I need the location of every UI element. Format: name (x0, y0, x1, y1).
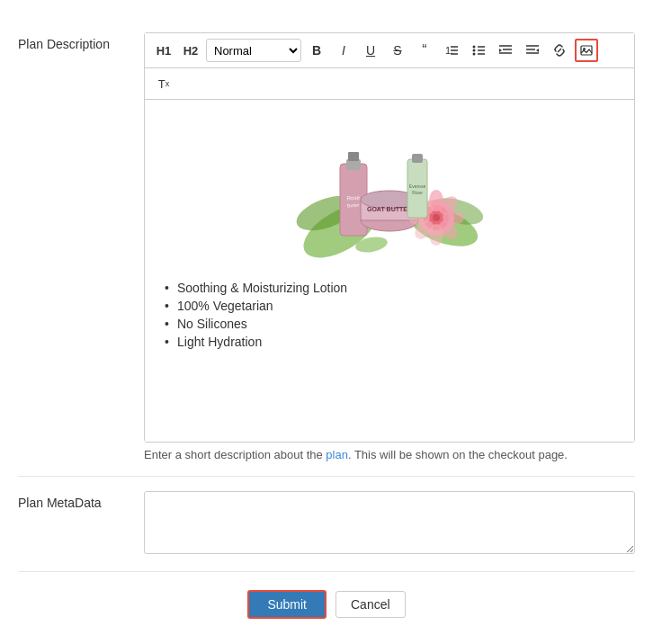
rich-text-editor: H1 H2 Normal Heading 1 Heading 2 Preform… (144, 32, 635, 443)
description-hint: Enter a short description about the plan… (144, 448, 635, 461)
h1-button[interactable]: H1 (152, 39, 175, 62)
svg-marker-17 (536, 49, 539, 52)
quote-button[interactable]: “ (413, 39, 436, 62)
submit-button[interactable]: Submit (247, 590, 326, 619)
indent-left-button[interactable] (494, 39, 517, 62)
svg-point-4 (473, 46, 476, 49)
plan-metadata-label: Plan MetaData (18, 491, 144, 513)
unordered-list-icon (472, 44, 485, 57)
unordered-list-button[interactable] (467, 39, 490, 62)
plan-metadata-field (144, 491, 635, 557)
italic-button[interactable]: I (332, 39, 355, 62)
image-icon (580, 44, 593, 57)
svg-text:GOAT BUTTER: GOAT BUTTER (367, 206, 412, 212)
clear-format-button[interactable]: Tx (152, 72, 175, 95)
svg-marker-13 (499, 49, 502, 52)
product-features-list: Soothing & Moisturizing Lotion 100% Vege… (159, 279, 620, 351)
strikethrough-button[interactable]: S (386, 39, 409, 62)
list-item: Soothing & Moisturizing Lotion (177, 279, 620, 297)
editor-toolbar: H1 H2 Normal Heading 1 Heading 2 Preform… (145, 33, 634, 68)
editor-content-area[interactable]: Rose Butter GOAT BUTTER (145, 100, 634, 442)
svg-point-19 (583, 48, 586, 50)
product-image: Rose Butter GOAT BUTTER (291, 114, 488, 258)
svg-point-6 (473, 53, 476, 56)
svg-text:Butter: Butter (347, 201, 360, 208)
bold-button[interactable]: B (305, 39, 328, 62)
link-button[interactable] (548, 39, 571, 62)
ordered-list-button[interactable]: 1. (440, 39, 463, 62)
cancel-button[interactable]: Cancel (335, 591, 406, 618)
plan-link: plan (326, 448, 348, 461)
ordered-list-icon: 1. (445, 44, 458, 57)
svg-point-36 (433, 214, 440, 221)
editor-toolbar-row2: Tx (145, 68, 634, 100)
plan-metadata-input[interactable] (144, 491, 635, 554)
underline-button[interactable]: U (359, 39, 382, 62)
plan-description-row: Plan Description H1 H2 Normal Heading 1 … (18, 18, 635, 477)
indent-right-icon (526, 44, 539, 57)
svg-point-5 (473, 49, 476, 52)
list-item: Light Hydration (177, 333, 620, 351)
svg-text:Rose: Rose (347, 194, 361, 201)
svg-text:Rose: Rose (412, 190, 423, 195)
link-icon (553, 44, 566, 57)
product-image-container: Rose Butter GOAT BUTTER (159, 114, 620, 261)
svg-rect-46 (412, 154, 423, 163)
plan-description-field: H1 H2 Normal Heading 1 Heading 2 Preform… (144, 32, 635, 461)
svg-rect-26 (348, 152, 359, 161)
indent-right-button[interactable] (521, 39, 544, 62)
svg-text:Everose: Everose (409, 183, 426, 189)
image-button[interactable] (575, 39, 598, 62)
indent-left-icon (499, 44, 512, 57)
plan-description-label: Plan Description (18, 32, 144, 54)
list-item: No Silicones (177, 315, 620, 333)
list-item: 100% Vegetarian (177, 297, 620, 315)
format-select[interactable]: Normal Heading 1 Heading 2 Preformatted (206, 39, 301, 62)
plan-metadata-row: Plan MetaData (18, 477, 635, 572)
h2-button[interactable]: H2 (179, 39, 202, 62)
form-buttons: Submit Cancel (18, 572, 635, 628)
